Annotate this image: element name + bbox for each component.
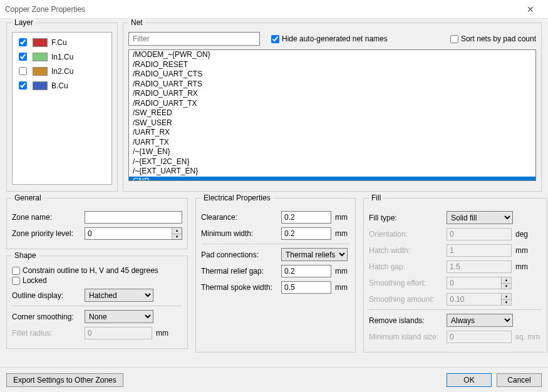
smoothing-amount-input: ▲▼ bbox=[447, 293, 512, 306]
chevron-up-icon: ▲ bbox=[502, 294, 511, 300]
thermal-spoke-input[interactable] bbox=[281, 281, 331, 294]
layer-checkbox[interactable] bbox=[19, 81, 27, 90]
sort-by-pad-label: Sort nets by pad count bbox=[461, 34, 536, 43]
chevron-down-icon[interactable]: ▼ bbox=[172, 234, 182, 240]
layer-group-title: Layer bbox=[12, 18, 36, 27]
min-width-label: Minimum width: bbox=[201, 229, 277, 238]
zone-priority-label: Zone priority level: bbox=[12, 229, 81, 238]
net-item[interactable]: /MODEM_~{PWR_ON} bbox=[129, 50, 535, 60]
hide-auto-label: Hide auto-generated net names bbox=[282, 34, 388, 43]
layer-name: B.Cu bbox=[51, 81, 68, 90]
layer-checkbox[interactable] bbox=[19, 67, 27, 75]
outline-display-label: Outline display: bbox=[12, 291, 81, 300]
net-item[interactable]: /RADIO_RESET bbox=[129, 60, 535, 70]
fillet-radius-unit: mm bbox=[156, 329, 171, 338]
hatch-gap-label: Hatch gap: bbox=[369, 262, 443, 271]
pad-conn-select[interactable]: Thermal reliefs bbox=[281, 248, 348, 261]
net-filter-input[interactable] bbox=[128, 32, 260, 46]
cancel-button[interactable]: Cancel bbox=[497, 373, 542, 387]
layer-swatch bbox=[33, 81, 48, 90]
remove-islands-select[interactable]: Always bbox=[447, 314, 513, 327]
net-item[interactable]: /~{1W_EN} bbox=[129, 147, 535, 157]
min-island-input bbox=[447, 331, 512, 343]
corner-smoothing-select[interactable]: None bbox=[85, 310, 153, 323]
net-item[interactable]: /~{EXT_UART_EN} bbox=[129, 167, 535, 177]
net-group-title: Net bbox=[128, 18, 145, 27]
ok-button[interactable]: OK bbox=[447, 373, 492, 387]
shape-group-title: Shape bbox=[12, 251, 39, 260]
layer-item[interactable]: B.Cu bbox=[15, 78, 109, 93]
corner-smoothing-label: Corner smoothing: bbox=[12, 312, 81, 321]
hatch-gap-input bbox=[447, 260, 512, 273]
fill-type-label: Fill type: bbox=[369, 214, 443, 222]
min-width-input[interactable] bbox=[281, 227, 331, 240]
net-list[interactable]: /MODEM_~{PWR_ON}/RADIO_RESET/RADIO_UART_… bbox=[128, 49, 536, 181]
smoothing-amount-label: Smoothing amount: bbox=[369, 295, 443, 304]
constrain-checkbox[interactable]: Constrain outline to H, V and 45 degrees bbox=[12, 266, 182, 275]
general-group: General Zone name: Zone priority level: … bbox=[6, 198, 188, 249]
hide-auto-checkbox[interactable]: Hide auto-generated net names bbox=[271, 34, 388, 43]
clearance-label: Clearance: bbox=[201, 213, 277, 222]
layer-item[interactable]: In1.Cu bbox=[15, 49, 109, 64]
titlebar: Copper Zone Properties ✕ bbox=[0, 0, 548, 19]
fill-group: Fill Fill type: Solid fill Orientation: … bbox=[363, 198, 547, 353]
outline-display-select[interactable]: Hatched bbox=[85, 289, 153, 302]
fill-group-title: Fill bbox=[369, 193, 383, 202]
chevron-down-icon: ▼ bbox=[502, 300, 511, 306]
window-title: Copper Zone Properties bbox=[5, 5, 518, 14]
chevron-up-icon: ▲ bbox=[502, 277, 511, 284]
layer-swatch bbox=[33, 67, 48, 76]
net-item[interactable]: /UART_TX bbox=[129, 138, 535, 148]
layer-group: Layer F.CuIn1.CuIn2.CuB.Cu bbox=[6, 23, 118, 192]
net-item[interactable]: /RADIO_UART_RX bbox=[129, 89, 535, 99]
sort-by-pad-checkbox[interactable]: Sort nets by pad count bbox=[450, 34, 536, 43]
layer-item[interactable]: In2.Cu bbox=[15, 64, 109, 78]
thermal-gap-input[interactable] bbox=[281, 265, 331, 277]
net-item[interactable]: /SW_USER bbox=[129, 118, 535, 128]
min-island-label: Minimum island size: bbox=[369, 333, 443, 341]
general-group-title: General bbox=[12, 193, 44, 202]
smoothing-effort-label: Smoothing effort: bbox=[369, 279, 443, 287]
net-group: Net Hide auto-generated net names Sort n… bbox=[123, 23, 542, 192]
zone-name-input[interactable] bbox=[85, 211, 182, 224]
zone-priority-input[interactable]: ▲▼ bbox=[85, 227, 182, 240]
net-item[interactable]: /UART_RX bbox=[129, 128, 535, 138]
chevron-down-icon: ▼ bbox=[502, 284, 511, 289]
net-item[interactable]: /RADIO_UART_TX bbox=[129, 99, 535, 109]
net-item[interactable]: /~{EXT_I2C_EN} bbox=[129, 157, 535, 167]
footer: Export Settings to Other Zones OK Cancel bbox=[0, 367, 548, 392]
layer-list[interactable]: F.CuIn1.CuIn2.CuB.Cu bbox=[12, 32, 112, 185]
locked-checkbox[interactable]: Locked bbox=[12, 276, 182, 285]
orientation-label: Orientation: bbox=[369, 230, 443, 239]
layer-name: F.Cu bbox=[51, 38, 67, 47]
hatch-width-input bbox=[447, 244, 512, 257]
thermal-spoke-label: Thermal spoke width: bbox=[201, 283, 277, 292]
close-icon[interactable]: ✕ bbox=[518, 4, 543, 14]
export-settings-button[interactable]: Export Settings to Other Zones bbox=[6, 373, 123, 387]
fillet-radius-input bbox=[85, 327, 152, 339]
net-item[interactable]: /RADIO_UART_CTS bbox=[129, 70, 535, 80]
layer-checkbox[interactable] bbox=[19, 38, 27, 46]
thermal-gap-label: Thermal relief gap: bbox=[201, 267, 277, 276]
chevron-up-icon[interactable]: ▲ bbox=[172, 228, 182, 234]
net-item[interactable]: /RADIO_UART_RTS bbox=[129, 80, 535, 90]
clearance-input[interactable] bbox=[281, 211, 331, 224]
net-item[interactable]: GND bbox=[129, 177, 535, 182]
fill-type-select[interactable]: Solid fill bbox=[447, 211, 513, 224]
layer-name: In1.Cu bbox=[51, 53, 73, 61]
orientation-input bbox=[447, 228, 512, 240]
smoothing-effort-input: ▲▼ bbox=[447, 277, 512, 289]
layer-checkbox[interactable] bbox=[19, 53, 27, 61]
layer-item[interactable]: F.Cu bbox=[15, 35, 109, 49]
electrical-group: Electrical Properties Clearance: mm Mini… bbox=[195, 198, 356, 353]
zone-name-label: Zone name: bbox=[12, 213, 81, 222]
layer-name: In2.Cu bbox=[51, 67, 73, 76]
electrical-group-title: Electrical Properties bbox=[201, 193, 273, 202]
hatch-width-label: Hatch width: bbox=[369, 246, 443, 255]
shape-group: Shape Constrain outline to H, V and 45 d… bbox=[6, 255, 188, 349]
net-item[interactable]: /SW_REED bbox=[129, 108, 535, 118]
content: Layer F.CuIn1.CuIn2.CuB.Cu Net Hide auto… bbox=[0, 19, 548, 367]
pad-conn-label: Pad connections: bbox=[201, 250, 277, 259]
layer-swatch bbox=[33, 38, 48, 47]
layer-swatch bbox=[33, 53, 48, 61]
